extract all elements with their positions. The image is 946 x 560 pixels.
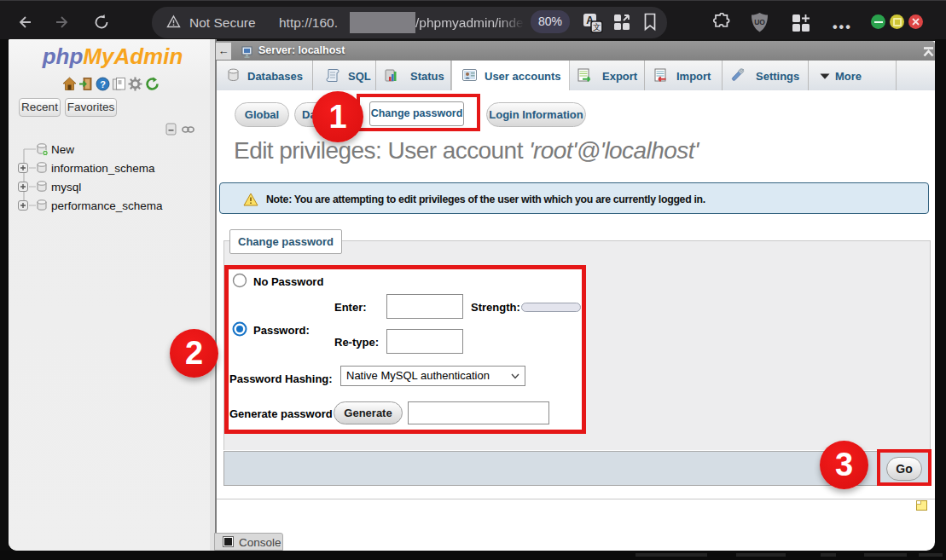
svg-text:?: ? xyxy=(100,79,106,89)
svg-text:文: 文 xyxy=(593,22,601,32)
svg-text:UO: UO xyxy=(754,18,765,26)
